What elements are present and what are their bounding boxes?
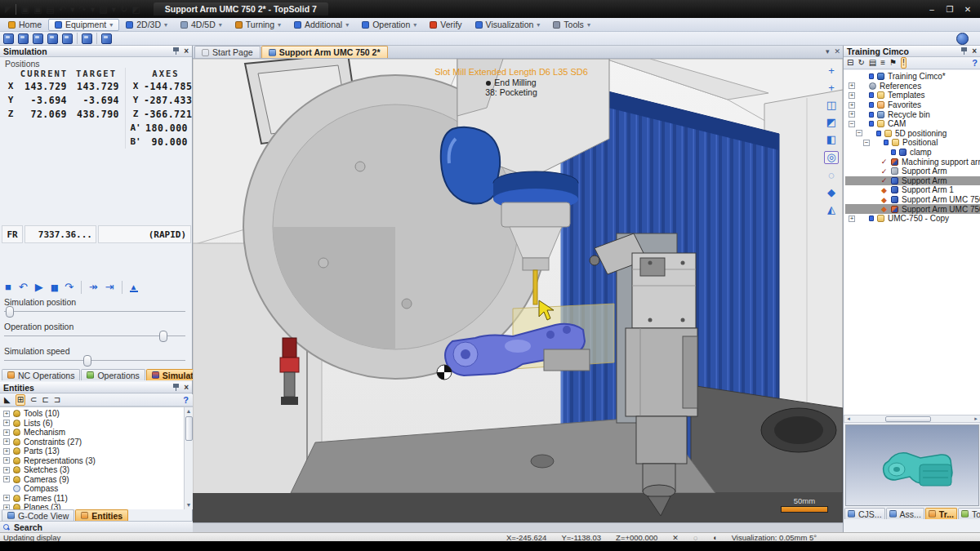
ribbon-tab-menu-icon[interactable]: ▾ xyxy=(587,21,590,29)
slider-handle[interactable] xyxy=(6,306,14,318)
panel-tab[interactable]: To... xyxy=(958,508,980,519)
panel-tab[interactable]: CJS... xyxy=(844,508,885,519)
open-model-icon[interactable]: ▨ xyxy=(99,3,107,15)
ribbon-tab[interactable]: Tools ▾ xyxy=(546,19,597,31)
stock-icon[interactable] xyxy=(101,33,112,44)
move-origin-icon[interactable]: + xyxy=(824,82,839,94)
tab-list-menu-icon[interactable]: ▾ xyxy=(826,47,830,56)
collapse-tree-icon[interactable]: ⊟ xyxy=(847,58,853,68)
save-icon[interactable]: ▣ xyxy=(20,3,29,15)
topsolid-mini-icon[interactable]: ◣ xyxy=(4,395,11,405)
scroll-thumb[interactable] xyxy=(185,416,193,441)
ribbon-tab-menu-icon[interactable]: ▾ xyxy=(413,21,416,29)
ribbon-tab[interactable]: 4D/5D ▾ xyxy=(174,19,229,31)
component-icon[interactable]: ◩ xyxy=(131,3,140,15)
zoom-all-icon[interactable]: ◌ xyxy=(824,170,839,181)
ribbon-tab-menu-icon[interactable]: ▾ xyxy=(537,21,540,29)
filter-documents-icon[interactable]: ≡ xyxy=(880,58,885,68)
eject-button[interactable]: ▲ xyxy=(130,283,138,292)
project-tree-item[interactable]: ◆ Support Arm UMC 750 1 xyxy=(845,195,980,205)
slider-handle[interactable] xyxy=(159,331,167,342)
network-status-icon[interactable]: ◖ xyxy=(712,534,716,542)
undo-menu-icon[interactable]: ▾ xyxy=(70,3,75,15)
toolpath-icon[interactable] xyxy=(82,33,92,44)
flag-icon[interactable]: ⚑ xyxy=(889,58,897,68)
scroll-down-icon[interactable]: ▼ xyxy=(185,501,193,509)
panel-tab[interactable]: Tr... xyxy=(925,508,957,519)
entities-tree-item[interactable]: + Constraints (27) xyxy=(3,438,193,447)
ribbon-tab[interactable]: Visualization ▾ xyxy=(469,19,547,31)
ribbon-tab-menu-icon[interactable]: ▾ xyxy=(109,21,113,29)
project-tree-item[interactable]: clamp xyxy=(845,148,980,158)
stop-button[interactable]: ■ xyxy=(5,281,11,294)
section-view-icon[interactable]: ◭ xyxy=(824,204,839,216)
help-icon[interactable]: ? xyxy=(183,395,189,405)
play-button[interactable]: ▶ xyxy=(35,281,43,294)
project-tree-item[interactable]: − Positional xyxy=(845,138,980,148)
separator[interactable] xyxy=(96,33,97,44)
project-tree-item[interactable]: + References xyxy=(845,82,980,91)
entities-tree-item[interactable]: + Representations (3) xyxy=(3,456,193,466)
expander-icon[interactable]: + xyxy=(3,420,10,426)
tab-close-icon[interactable]: ✕ xyxy=(834,47,840,56)
document-tab[interactable]: Start Page xyxy=(194,46,261,58)
help-icon[interactable]: ? xyxy=(972,58,978,68)
close-icon[interactable]: × xyxy=(184,383,189,392)
project-tree-item[interactable]: − CAM xyxy=(845,119,980,129)
step-forward-button[interactable]: ⇥ xyxy=(105,281,114,294)
search-bar[interactable]: Search xyxy=(0,521,193,532)
open-menu-icon[interactable]: ▾ xyxy=(112,3,117,15)
project-tree-item[interactable]: ✓ Machining support arm DMC xyxy=(845,157,980,167)
scroll-thumb[interactable] xyxy=(885,416,931,422)
target-point-icon[interactable]: + xyxy=(824,65,839,77)
entities-tree-item[interactable]: + Tools (10) xyxy=(3,409,193,419)
project-hscrollbar[interactable]: ◂ ▸ xyxy=(844,415,980,423)
project-tree-item[interactable]: ✓ Support Arm xyxy=(845,167,980,176)
project-tree-item[interactable]: ◆ Support Arm 1 xyxy=(845,185,980,195)
scroll-up-icon[interactable]: ▲ xyxy=(185,407,193,415)
expander-icon[interactable]: + xyxy=(849,92,855,99)
machine-3d-scene[interactable]: Slot Mill Extended Length D6 L35 SD6 End… xyxy=(193,59,843,522)
skip-forward-button[interactable]: ↠ xyxy=(89,281,98,294)
pin-icon[interactable] xyxy=(173,384,179,391)
show-links-icon[interactable]: ⊂ xyxy=(30,395,37,405)
slider-track[interactable] xyxy=(4,311,185,323)
project-tree-item[interactable]: − 5D positioning xyxy=(845,129,980,139)
document-tab[interactable]: Support Arm UMC 750 2* xyxy=(261,46,388,58)
project-tree-item[interactable]: Training Cimco* xyxy=(845,72,980,82)
split-view-icon[interactable]: ◧ xyxy=(824,134,839,145)
expander-icon[interactable]: + xyxy=(3,476,10,482)
ribbon-tab[interactable]: Additional ▾ xyxy=(287,19,355,31)
iso-view-icon[interactable]: ◆ xyxy=(824,187,839,198)
entities-tree-item[interactable]: + Planes (3) xyxy=(3,503,193,509)
busy-indicator-icon[interactable]: ◌ xyxy=(693,534,697,542)
rewind-button[interactable]: ↶ xyxy=(19,281,28,294)
project-tree-item[interactable]: ✓ Support Arm xyxy=(845,176,980,186)
project-tree-item[interactable]: + Recycle bin xyxy=(845,109,980,119)
expander-icon[interactable]: + xyxy=(849,82,855,89)
machine-simulation-icon[interactable] xyxy=(3,33,14,44)
panel-tab[interactable]: Operations xyxy=(81,369,145,380)
pin-icon[interactable] xyxy=(961,47,967,55)
machine-3d-svg[interactable] xyxy=(193,59,843,522)
render-style-icon[interactable]: ◩ xyxy=(824,117,839,128)
scroll-right-icon[interactable]: ▸ xyxy=(972,415,980,422)
minimize-button[interactable]: – xyxy=(926,5,938,14)
restore-button[interactable]: ❐ xyxy=(944,5,956,14)
zoom-window-icon[interactable]: ◎ xyxy=(824,151,839,164)
expander-icon[interactable]: − xyxy=(856,130,862,136)
entities-tree-item[interactable]: Compass xyxy=(3,484,193,494)
slider-track[interactable] xyxy=(4,335,185,348)
ribbon-tab-menu-icon[interactable]: ▾ xyxy=(345,21,349,29)
project-tree-item[interactable]: + UMC-750 - Copy xyxy=(845,214,980,224)
entities-scrollbar[interactable]: ▲ ▼ xyxy=(184,407,193,509)
expander-icon[interactable]: + xyxy=(849,102,855,109)
entities-tree-item[interactable]: + Frames (11) xyxy=(3,494,193,504)
expander-icon[interactable]: + xyxy=(3,467,10,473)
redo-menu-icon[interactable]: ▾ xyxy=(91,3,96,15)
undo-icon[interactable]: ↶ xyxy=(59,3,66,15)
project-tree-item[interactable]: + Templates xyxy=(845,91,980,100)
machining-setup-icon[interactable] xyxy=(33,33,43,44)
tool-holder-icon[interactable] xyxy=(47,33,58,44)
replay-button[interactable]: ↷ xyxy=(65,281,74,294)
